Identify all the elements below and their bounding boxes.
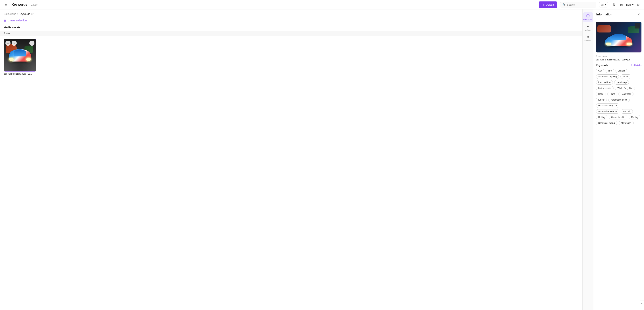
- grid-view-button[interactable]: ⊞: [618, 2, 624, 8]
- keyword-tag[interactable]: Automotive decal: [608, 98, 630, 102]
- app-header: ☰ Keywords 1 item ⬆ Upload 🔍 All ▾ ⇅ ⊞ D…: [0, 0, 644, 10]
- item-count: 1 item: [31, 3, 38, 6]
- keyword-tag[interactable]: Automotive lighting: [596, 74, 619, 79]
- asset-name-section: Asset name car-racing-g21bc232b9_1280.jp…: [596, 55, 642, 61]
- filter-label: All: [601, 3, 604, 6]
- asset-filename-label: car-racing-g21bc232b9_12...: [4, 73, 36, 75]
- keyword-tag[interactable]: Land vehicle: [596, 80, 613, 85]
- search-bar: 🔍: [560, 2, 596, 8]
- asset-name-value: car-racing-g21bc232b9_1280.jpg: [596, 58, 642, 61]
- asset-name-label: Asset name: [596, 55, 642, 58]
- close-panel-button[interactable]: ✕: [636, 12, 641, 17]
- keyword-tag[interactable]: Wheel: [620, 74, 631, 79]
- rail-information-label: Information: [583, 19, 592, 21]
- thumb-actions: ✏ ☆: [6, 41, 17, 46]
- keyword-tag[interactable]: Headlamp: [614, 80, 629, 85]
- upload-button[interactable]: ⬆ Upload: [539, 2, 557, 8]
- star-button[interactable]: ☆: [12, 41, 17, 46]
- assets-grid: ✏ ☆ ⋯ car-racing-g21bc232b9_12...: [0, 36, 582, 78]
- date-section-label: Today: [0, 31, 582, 36]
- keyword-tag[interactable]: Personal luxury car: [596, 103, 619, 108]
- preview-headlight-left: [606, 43, 611, 45]
- keyword-tag[interactable]: Championship: [609, 115, 628, 119]
- asset-thumbnail[interactable]: ✏ ☆ ⋯ car-racing-g21bc232b9_12...: [4, 39, 36, 75]
- create-collection-label: Create collection: [8, 19, 27, 22]
- collapse-sidebar-button[interactable]: »: [640, 300, 644, 306]
- filter-dropdown[interactable]: All ▾: [599, 2, 608, 8]
- rail-insights-label: Insights: [585, 29, 591, 31]
- keyword-tag[interactable]: Automotive exterior: [596, 109, 619, 114]
- preview-car-hood: [611, 34, 626, 40]
- more-options-button[interactable]: ⋯: [29, 41, 34, 46]
- info-header: Information ✕: [594, 10, 644, 19]
- keywords-tags: CarTireVehicleAutomotive lightingWheelLa…: [596, 69, 642, 125]
- edit-button[interactable]: ✏: [6, 41, 10, 46]
- info-content: Asset name car-racing-g21bc232b9_1280.jp…: [594, 55, 644, 310]
- create-collection-row[interactable]: ⊕ Create collection: [0, 18, 582, 25]
- breadcrumb: Collections / Keywords ⓘ: [0, 10, 582, 18]
- left-panel: Collections / Keywords ⓘ ⊕ Create collec…: [0, 10, 582, 310]
- preview-more-button[interactable]: ⋯: [634, 23, 640, 29]
- info-panel-title: Information: [596, 13, 612, 16]
- keyword-tag[interactable]: Rolling: [596, 115, 608, 119]
- date-label: Date: [626, 3, 632, 6]
- rail-item-versions[interactable]: ⧉ Versions: [583, 34, 593, 43]
- keyword-tag[interactable]: Plant: [608, 92, 617, 96]
- keyword-tag[interactable]: Motorsport: [618, 121, 634, 125]
- thumb-overlay: ✏ ☆ ⋯: [4, 39, 36, 71]
- details-label: Details: [634, 64, 642, 67]
- breadcrumb-collections[interactable]: Collections: [4, 13, 16, 16]
- rail-versions-label: Versions: [584, 40, 591, 42]
- keyword-tag[interactable]: Kit car: [596, 98, 607, 102]
- keywords-header: Keywords ⓘ Details: [596, 64, 642, 67]
- star-icon: ☆: [13, 42, 16, 45]
- date-sort-button[interactable]: Date ▾: [626, 3, 634, 6]
- upload-icon: ⬆: [542, 3, 544, 6]
- breadcrumb-current: Keywords: [19, 13, 30, 16]
- info-circle-icon: ⓘ: [586, 14, 590, 18]
- collapse-icon: »: [641, 302, 642, 305]
- search-input[interactable]: [567, 3, 592, 6]
- filter-icon-button[interactable]: ⇅: [611, 2, 616, 8]
- main-layout: Collections / Keywords ⓘ ⊕ Create collec…: [0, 10, 644, 310]
- keyword-tag[interactable]: World Rally Car: [615, 86, 635, 90]
- preview-bg-car-left: [598, 25, 611, 33]
- keywords-details-link[interactable]: ⓘ Details: [631, 64, 642, 67]
- details-info-icon: ⓘ: [631, 64, 634, 67]
- keywords-section: Keywords ⓘ Details CarTireVehicleAutomot…: [596, 64, 642, 125]
- sidebar-icon-rail: ⓘ Information ✦ Insights ⧉ Versions: [582, 10, 594, 310]
- chevron-down-icon-date: ▾: [632, 3, 634, 6]
- upload-label: Upload: [546, 3, 554, 6]
- breadcrumb-info-icon[interactable]: ⓘ: [31, 12, 34, 16]
- keyword-tag[interactable]: Race track: [618, 92, 634, 96]
- rail-item-insights[interactable]: ✦ Insights: [583, 23, 593, 33]
- filter-sliders-icon: ⇅: [612, 3, 615, 7]
- media-assets-title: Media assets: [0, 25, 582, 31]
- keyword-tag[interactable]: Tire: [606, 69, 614, 73]
- rail-item-information[interactable]: ⓘ Information: [583, 12, 593, 22]
- menu-button[interactable]: ☰: [3, 2, 9, 8]
- settings-button[interactable]: ⚙: [635, 2, 641, 8]
- keyword-tag[interactable]: Asphalt: [621, 109, 633, 114]
- asset-preview: ⋯: [596, 22, 642, 53]
- close-icon: ✕: [637, 13, 640, 17]
- more-icon: ⋯: [31, 42, 33, 45]
- right-sidebar-wrapper: ⓘ Information ✦ Insights ⧉ Versions Info…: [582, 10, 644, 310]
- preview-more-icon: ⋯: [636, 24, 639, 28]
- keyword-tag[interactable]: Sports car racing: [596, 121, 617, 125]
- versions-icon: ⧉: [587, 35, 589, 39]
- create-collection-icon: ⊕: [4, 19, 6, 23]
- info-panel: Information ✕ ⋯: [594, 10, 644, 310]
- keyword-tag[interactable]: Motor vehicle: [596, 86, 614, 90]
- hamburger-icon: ☰: [5, 3, 7, 6]
- keyword-tag[interactable]: Hood: [596, 92, 606, 96]
- gear-icon: ⚙: [637, 3, 640, 7]
- keyword-tag[interactable]: Racing: [629, 115, 640, 119]
- keywords-title: Keywords: [596, 64, 608, 67]
- header-icons: ⇅ ⊞ Date ▾ ⚙: [611, 2, 641, 8]
- breadcrumb-separator: /: [17, 13, 18, 16]
- keyword-tag[interactable]: Vehicle: [616, 69, 627, 73]
- keyword-tag[interactable]: Car: [596, 69, 604, 73]
- preview-headlight-right: [626, 43, 632, 45]
- page-title: Keywords: [12, 3, 27, 7]
